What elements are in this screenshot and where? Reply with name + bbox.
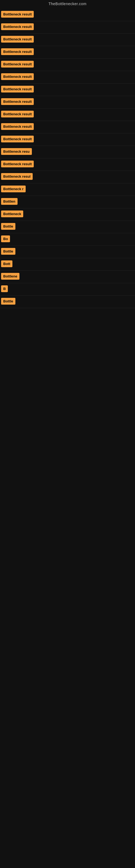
list-item[interactable]: Bo (0, 233, 135, 246)
list-item[interactable]: Bottlene (0, 271, 135, 283)
list-item[interactable]: Bottle (0, 246, 135, 258)
list-item[interactable]: Bottleneck result (0, 158, 135, 171)
bottleneck-result-badge[interactable]: B (1, 285, 8, 292)
bottleneck-result-badge[interactable]: Bottle (1, 298, 15, 305)
list-item[interactable]: Bottleneck result (0, 21, 135, 34)
bottleneck-result-badge[interactable]: Bottleneck result (1, 73, 34, 80)
list-item[interactable]: Bottleneck resul (0, 171, 135, 183)
bottleneck-result-badge[interactable]: Bottleneck result (1, 98, 34, 105)
bottleneck-result-badge[interactable]: Bottlene (1, 273, 19, 280)
site-title-container: TheBottlenecker.com (0, 0, 135, 9)
bottleneck-result-badge[interactable]: Bottleneck r (1, 186, 26, 192)
bottleneck-result-badge[interactable]: Bottle (1, 248, 15, 255)
list-item[interactable]: Bottleneck result (0, 108, 135, 121)
bottleneck-result-badge[interactable]: Bottleneck result (1, 11, 34, 18)
list-item[interactable]: Bottleneck result (0, 46, 135, 59)
list-item[interactable]: Bottleneck (0, 208, 135, 221)
list-item[interactable]: Bottleneck result (0, 121, 135, 133)
list-item[interactable]: Bottleneck result (0, 59, 135, 71)
list-item[interactable]: Bottlen (0, 196, 135, 208)
bottleneck-result-badge[interactable]: Bottleneck result (1, 61, 34, 67)
list-item[interactable]: Bottleneck result (0, 96, 135, 108)
bottleneck-result-badge[interactable]: Bottleneck result (1, 161, 34, 167)
bottleneck-result-badge[interactable]: Bottleneck result (1, 111, 34, 118)
list-item[interactable]: Bott (0, 258, 135, 271)
bottleneck-result-badge[interactable]: Bottleneck result (1, 48, 34, 55)
bottleneck-result-badge[interactable]: Bottleneck (1, 211, 23, 217)
list-item[interactable]: Bottle (0, 221, 135, 233)
bottleneck-result-badge[interactable]: Bottleneck result (1, 135, 34, 143)
list-item[interactable]: Bottleneck resu (0, 146, 135, 158)
bottleneck-result-badge[interactable]: Bottleneck result (1, 86, 34, 93)
list-item[interactable]: B (0, 283, 135, 296)
list-item[interactable]: Bottleneck result (0, 133, 135, 146)
list-item[interactable]: Bottleneck r (0, 183, 135, 196)
bottleneck-result-badge[interactable]: Bo (1, 236, 10, 242)
bottleneck-result-badge[interactable]: Bottleneck result (1, 36, 34, 42)
site-title: TheBottlenecker.com (0, 0, 135, 9)
bottleneck-result-badge[interactable]: Bottleneck resu (1, 148, 32, 155)
bottleneck-result-badge[interactable]: Bottlen (1, 198, 17, 205)
rows-container: Bottleneck resultBottleneck resultBottle… (0, 9, 135, 308)
list-item[interactable]: Bottleneck result (0, 34, 135, 46)
list-item[interactable]: Bottleneck result (0, 84, 135, 96)
bottleneck-result-badge[interactable]: Bott (1, 260, 12, 267)
bottleneck-result-badge[interactable]: Bottleneck resul (1, 173, 33, 180)
list-item[interactable]: Bottleneck result (0, 71, 135, 84)
bottleneck-result-badge[interactable]: Bottleneck result (1, 23, 34, 30)
list-item[interactable]: Bottle (0, 296, 135, 308)
bottleneck-result-badge[interactable]: Bottleneck result (1, 123, 34, 130)
bottleneck-result-badge[interactable]: Bottle (1, 223, 15, 230)
list-item[interactable]: Bottleneck result (0, 9, 135, 21)
